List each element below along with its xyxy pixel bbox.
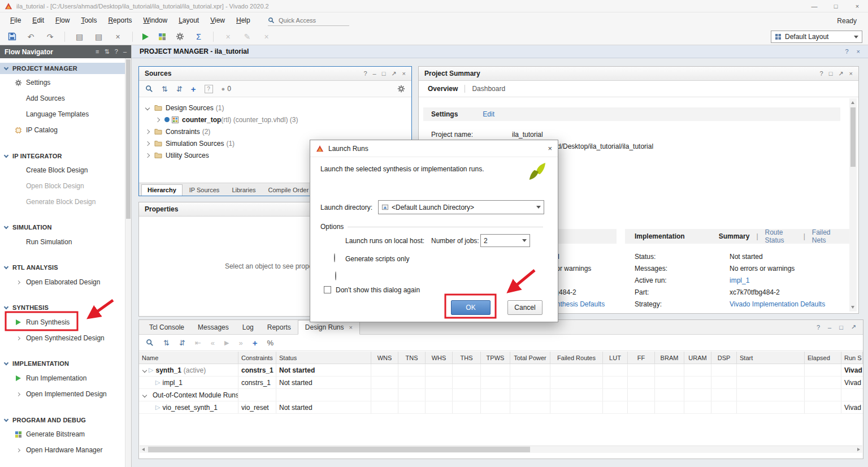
col-whs[interactable]: WHS	[426, 352, 453, 364]
tab-hierarchy[interactable]: Hierarchy	[141, 184, 183, 196]
scrollbar-thumb[interactable]	[148, 447, 530, 452]
nav-item-create-block-design[interactable]: Create Block Design	[0, 165, 125, 176]
tree-row-design-sources[interactable]: Design Sources (1)	[139, 102, 411, 114]
col-name[interactable]: Name	[139, 352, 238, 364]
nav-item-run-implementation[interactable]: Run Implementation	[0, 373, 125, 384]
col-lut[interactable]: LUT	[603, 352, 628, 364]
first-run-icon[interactable]: ⇤	[195, 339, 201, 347]
scrollbar-thumb[interactable]	[850, 107, 856, 167]
field-value-link[interactable]: impl_1	[730, 276, 749, 284]
panel-maximize-icon[interactable]: □	[382, 70, 386, 77]
panel-close-icon[interactable]: ×	[402, 70, 406, 77]
col-uram[interactable]: URAM	[684, 352, 711, 364]
step-forward-icon[interactable]: »	[238, 339, 242, 347]
menu-tools[interactable]: Tools	[75, 12, 102, 28]
panel-help-icon[interactable]: ?	[820, 70, 823, 77]
cancel-run-icon[interactable]: ×	[223, 32, 233, 41]
nav-section-simulation[interactable]: SIMULATION	[0, 222, 125, 233]
step-back-icon[interactable]: «	[211, 339, 215, 347]
nav-item-ip-catalog[interactable]: IP Catalog	[0, 124, 125, 136]
nav-item-generate-bitstream[interactable]: Generate Bitstream	[0, 429, 125, 440]
clear-icon[interactable]: ×	[262, 32, 271, 41]
nav-item-run-simulation[interactable]: Run Simulation	[0, 236, 125, 248]
number-of-jobs-combo[interactable]: 2	[480, 234, 530, 247]
col-run-strategy[interactable]: Run S	[841, 352, 863, 364]
nav-item-generate-block-design[interactable]: Generate Block Design	[0, 196, 125, 207]
menu-file[interactable]: File	[5, 12, 27, 28]
sidebar-scrollbar[interactable]	[125, 58, 131, 467]
panel-minimize-icon[interactable]: –	[828, 324, 831, 331]
chevron-collapsed-icon[interactable]	[155, 117, 160, 122]
menu-help[interactable]: Help	[231, 12, 256, 28]
workspace-help-icon[interactable]: ?	[845, 48, 848, 55]
search-icon[interactable]	[146, 339, 154, 347]
scroll-right-icon[interactable]	[857, 448, 860, 451]
chevron-collapsed-icon[interactable]	[145, 141, 150, 145]
field-value-link[interactable]: Vivado Implementation Defaults	[730, 300, 825, 308]
run-row-synth-1[interactable]: ▷ synth_1 (active) constrs_1 Not started…	[139, 364, 863, 377]
sources-settings-gear-icon[interactable]	[397, 85, 405, 93]
nav-help-icon[interactable]: ?	[115, 48, 118, 55]
tab-close-icon[interactable]: ×	[349, 324, 353, 331]
sources-panel-header[interactable]: Sources ? – □ ↗ ×	[139, 67, 411, 81]
impl-tab-failed-nets[interactable]: Failed Nets	[812, 228, 840, 244]
menu-view[interactable]: View	[205, 12, 231, 28]
dialog-close-icon[interactable]: ×	[548, 144, 552, 153]
window-maximize-button[interactable]: □	[825, 0, 847, 12]
tab-overview[interactable]: Overview	[428, 85, 458, 93]
settings-gear-icon[interactable]	[176, 32, 184, 41]
scroll-left-icon[interactable]	[142, 448, 145, 451]
run-row-ooc-group[interactable]: Out-of-Context Module Runs	[139, 389, 863, 401]
run-synthesis-item[interactable]: Run Synthesis	[0, 317, 125, 328]
nav-item-open-block-design[interactable]: Open Block Design	[0, 180, 125, 192]
scroll-up-icon[interactable]	[851, 101, 854, 104]
help-square-icon[interactable]: ?	[205, 85, 213, 93]
chevron-expanded-icon[interactable]	[142, 392, 147, 397]
tab-compile-order[interactable]: Compile Order	[263, 185, 315, 196]
col-tns[interactable]: TNS	[398, 352, 426, 364]
tab-log[interactable]: Log	[236, 320, 261, 334]
col-ths[interactable]: THS	[453, 352, 481, 364]
workspace-close-icon[interactable]: ×	[857, 48, 860, 55]
col-total-power[interactable]: Total Power	[510, 352, 550, 364]
scrollbar-thumb[interactable]	[126, 59, 131, 219]
nav-collapse-icon[interactable]: ⇅	[105, 48, 110, 55]
nav-section-implementation[interactable]: IMPLEMENTATION	[0, 358, 125, 369]
nav-item-settings[interactable]: Settings	[0, 77, 125, 88]
chevron-expanded-icon[interactable]	[142, 367, 147, 372]
impl-tab-route-status[interactable]: Route Status	[765, 228, 797, 244]
delete-icon[interactable]: ×	[113, 32, 123, 41]
create-run-icon[interactable]: +	[253, 338, 258, 348]
nav-section-program-and-debug[interactable]: PROGRAM AND DEBUG	[0, 414, 125, 426]
tab-ip-sources[interactable]: IP Sources	[184, 185, 225, 196]
quick-access-input[interactable]	[277, 16, 341, 24]
tab-tcl-console[interactable]: Tcl Console	[142, 320, 191, 334]
col-ff[interactable]: FF	[628, 352, 655, 364]
scroll-down-icon[interactable]	[851, 306, 854, 309]
window-minimize-button[interactable]: —	[804, 0, 825, 12]
cancel-button[interactable]: Cancel	[507, 300, 542, 315]
nav-minimize-icon[interactable]: –	[123, 48, 127, 55]
add-sources-icon[interactable]: +	[191, 84, 196, 94]
launch-directory-combo[interactable]: <Default Launch Directory>	[378, 200, 544, 214]
col-wns[interactable]: WNS	[371, 352, 398, 364]
nav-item-open-hardware-manager[interactable]: Open Hardware Manager	[0, 444, 125, 456]
bitstream-icon[interactable]	[158, 33, 166, 41]
nav-menu-icon[interactable]: ≡	[96, 48, 99, 55]
edit-icon[interactable]: ✎	[242, 32, 252, 41]
tree-row-constraints[interactable]: Constraints (2)	[139, 126, 411, 137]
col-bram[interactable]: BRAM	[655, 352, 684, 364]
menu-flow[interactable]: Flow	[50, 12, 75, 28]
nav-section-project-manager[interactable]: PROJECT MANAGER	[0, 63, 125, 74]
col-dsp[interactable]: DSP	[711, 352, 737, 364]
copy-icon[interactable]: ▤	[75, 32, 84, 41]
panel-float-icon[interactable]: ↗	[851, 323, 856, 331]
save-icon[interactable]	[8, 32, 16, 41]
panel-minimize-icon[interactable]: –	[373, 70, 376, 77]
nav-section-ip-integrator[interactable]: IP INTEGRATOR	[0, 150, 125, 162]
radio-generate-scripts[interactable]	[335, 271, 336, 280]
tab-reports[interactable]: Reports	[261, 320, 298, 334]
nav-item-open-implemented-design[interactable]: Open Implemented Design	[0, 388, 125, 400]
summary-panel-header[interactable]: Project Summary ? □ ↗ ×	[419, 67, 858, 81]
panel-help-icon[interactable]: ?	[363, 70, 367, 77]
